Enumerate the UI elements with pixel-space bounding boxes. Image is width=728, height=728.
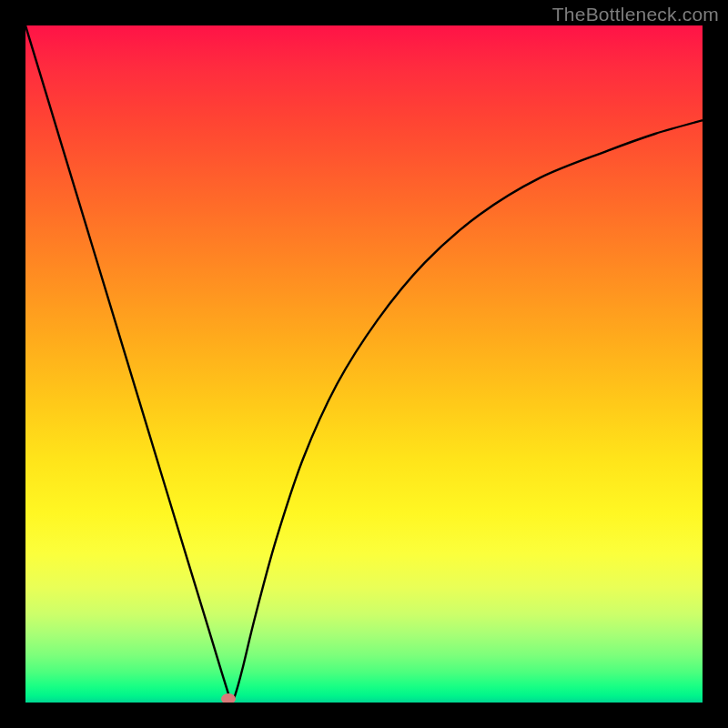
- curve-layer: [25, 25, 703, 703]
- optimum-marker: [221, 693, 236, 703]
- plot-area: [25, 25, 703, 703]
- chart-frame: TheBottleneck.com: [0, 0, 728, 728]
- watermark-label: TheBottleneck.com: [552, 4, 719, 25]
- bottleneck-curve: [25, 25, 703, 703]
